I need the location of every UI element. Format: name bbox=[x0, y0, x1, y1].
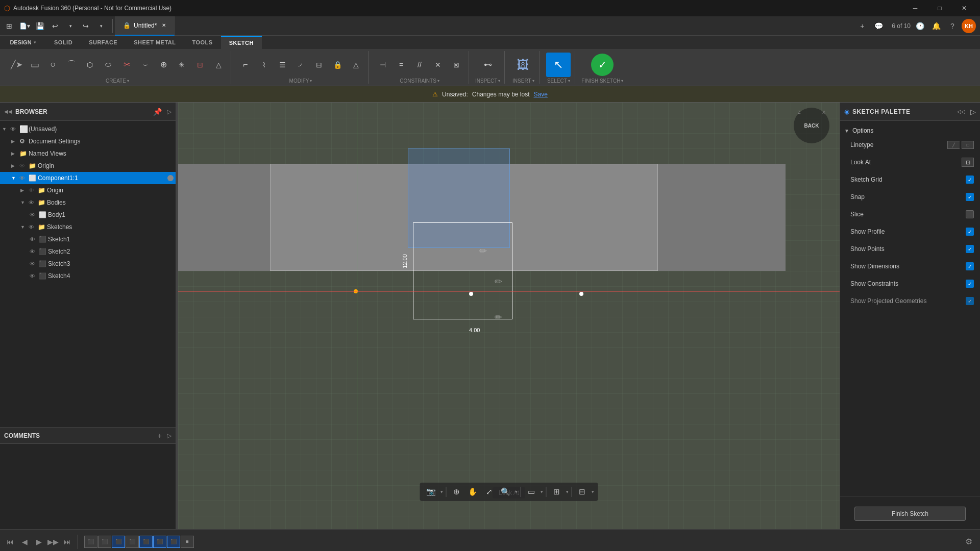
palette-expand-button[interactable]: ▷ bbox=[970, 108, 976, 116]
timeline-start-button[interactable]: ⏮ bbox=[4, 536, 16, 548]
show-projected-checkbox[interactable]: ✓ bbox=[966, 297, 974, 305]
line-tool-button[interactable]: ╱➤ bbox=[8, 57, 24, 73]
tab-solid[interactable]: SOLID bbox=[46, 36, 81, 49]
circle-tool-button[interactable]: ○ bbox=[45, 57, 61, 73]
tab-surface[interactable]: SURFACE bbox=[81, 36, 126, 49]
arc-tool-button[interactable]: ⌒ bbox=[63, 57, 80, 73]
linetype-btn-1[interactable]: ╱ bbox=[947, 141, 960, 149]
browser-expand-button[interactable]: ▷ bbox=[167, 108, 172, 115]
timeline-item-6[interactable]: ⬛ bbox=[153, 536, 166, 548]
timeline-settings-button[interactable]: ⚙ bbox=[962, 535, 976, 549]
collinear-button[interactable]: = bbox=[393, 57, 409, 73]
timeline-item-3[interactable]: ⬛ bbox=[112, 536, 125, 548]
fillet-tool-button[interactable]: ⌐ bbox=[237, 57, 254, 73]
timeline-item-2[interactable]: ⬛ bbox=[98, 536, 111, 548]
conic-tool-button[interactable]: ⌣ bbox=[137, 57, 153, 73]
rectangle-tool-button[interactable]: ▭ bbox=[27, 57, 43, 73]
trim-tool-button[interactable]: ⌇ bbox=[256, 57, 272, 73]
comments-add-button[interactable]: + bbox=[158, 432, 162, 440]
camera-dropdown[interactable]: ▾ bbox=[440, 489, 443, 494]
timeline-item-1[interactable]: ⬛ bbox=[84, 536, 97, 548]
tab-sketch[interactable]: SKETCH bbox=[221, 36, 262, 49]
view-dropdown[interactable]: ▾ bbox=[592, 489, 594, 494]
project-tool-button[interactable]: 🔒 bbox=[329, 57, 346, 73]
pan-button[interactable]: ✋ bbox=[466, 485, 480, 499]
browser-collapse-button[interactable]: ◀◀ bbox=[4, 109, 12, 114]
tree-item-sketch3[interactable]: 👁 ⬛ Sketch3 bbox=[0, 258, 176, 270]
tree-item-sketch1[interactable]: 👁 ⬛ Sketch1 bbox=[0, 233, 176, 245]
text-tool-button[interactable]: ✳ bbox=[174, 57, 190, 73]
polygon-tool-button[interactable]: ⬡ bbox=[82, 57, 98, 73]
tree-item-sketches[interactable]: ▼ 👁 📁 Sketches bbox=[0, 221, 176, 233]
display-mode-button[interactable]: ▭ bbox=[524, 485, 538, 499]
tree-item-body1[interactable]: 👁 ⬜ Body1 bbox=[0, 209, 176, 221]
timeline-play-button[interactable]: ▶ bbox=[33, 536, 45, 548]
finish-sketch-palette-button[interactable]: Finish Sketch bbox=[854, 507, 966, 521]
redo-dropdown-button[interactable]: ▾ bbox=[94, 19, 108, 33]
dimension-tool-button[interactable]: ⊡ bbox=[192, 57, 208, 73]
inspect-label[interactable]: INSPECT ▾ bbox=[475, 78, 500, 84]
select-button[interactable]: ↖ bbox=[546, 53, 571, 77]
tree-eye-sketch1[interactable]: 👁 bbox=[30, 236, 38, 242]
tree-eye-sketches[interactable]: 👁 bbox=[29, 224, 37, 230]
ellipse-tool-button[interactable]: ⬭ bbox=[100, 57, 116, 73]
zoom-dropdown[interactable]: ▾ bbox=[515, 489, 518, 494]
modify-label[interactable]: MODIFY ▾ bbox=[289, 78, 312, 84]
view-cube[interactable]: BACK X Z bbox=[794, 108, 829, 143]
notification-button[interactable]: 🔔 bbox=[929, 19, 943, 33]
parallel-button[interactable]: // bbox=[411, 57, 428, 73]
break-tool-button[interactable]: ⟋ bbox=[292, 57, 309, 73]
display-dropdown[interactable]: ▾ bbox=[541, 489, 543, 494]
tree-item-origin-comp[interactable]: ▶ 👁 📁 Origin bbox=[0, 184, 176, 196]
finish-sketch-label[interactable]: FINISH SKETCH ▾ bbox=[581, 78, 623, 84]
grid-button[interactable]: ⊞ bbox=[550, 485, 564, 499]
timeline-item-7[interactable]: ⬛ bbox=[167, 536, 180, 548]
camera-button[interactable]: 📷 bbox=[424, 485, 438, 499]
help-button[interactable]: ? bbox=[945, 19, 960, 33]
maximize-button[interactable]: □ bbox=[928, 0, 951, 16]
zoom-fit-button[interactable]: ⤢ bbox=[482, 485, 497, 499]
save-button[interactable]: 💾 bbox=[33, 19, 47, 33]
timeline-prev-button[interactable]: ◀ bbox=[18, 536, 31, 548]
palette-section-options[interactable]: ▼ Options bbox=[840, 125, 980, 136]
redo-button[interactable]: ↪ bbox=[79, 19, 93, 33]
tree-item-named-views[interactable]: ▶ 📁 Named Views bbox=[0, 147, 176, 160]
minimize-button[interactable]: ─ bbox=[903, 0, 927, 16]
finish-sketch-button[interactable]: ✓ bbox=[591, 54, 614, 76]
tree-item-sketch2[interactable]: 👁 ⬛ Sketch2 bbox=[0, 245, 176, 258]
tree-item-sketch4[interactable]: 👁 ⬛ Sketch4 bbox=[0, 270, 176, 282]
tree-eye-origin-top[interactable]: 👁 bbox=[19, 163, 28, 169]
sketch-grid-checkbox[interactable]: ✓ bbox=[966, 176, 974, 184]
pattern-tool-button[interactable]: △ bbox=[348, 57, 364, 73]
constraints-label[interactable]: CONSTRAINTS ▾ bbox=[400, 78, 439, 84]
file-menu-button[interactable]: 📄▾ bbox=[17, 19, 32, 33]
zoom-button[interactable]: 🔍 bbox=[499, 485, 513, 499]
coincident-button[interactable]: ⊣ bbox=[375, 57, 391, 73]
user-avatar[interactable]: KH bbox=[962, 19, 976, 33]
tab-close-icon[interactable]: ✕ bbox=[162, 22, 166, 28]
design-menu[interactable]: DESIGN ▾ bbox=[0, 36, 46, 49]
browser-pin-button[interactable]: 📌 bbox=[153, 108, 162, 116]
extend-tool-button[interactable]: ☰ bbox=[274, 57, 290, 73]
timeline-next-button[interactable]: ▶▶ bbox=[47, 536, 59, 548]
tab-tools[interactable]: TOOLS bbox=[184, 36, 220, 49]
show-constraints-checkbox[interactable]: ✓ bbox=[966, 280, 974, 288]
slice-checkbox[interactable] bbox=[966, 210, 974, 218]
insert-image-button[interactable]: 🖼 bbox=[511, 53, 535, 77]
canvas-area[interactable]: 12.00 4.00 ✏ ✏ ✏ Look At BACK X Z 📷 bbox=[178, 103, 840, 529]
create-label[interactable]: CREATE ▾ bbox=[106, 78, 129, 84]
save-link[interactable]: Save bbox=[534, 91, 548, 98]
measure-button[interactable]: ⊷ bbox=[480, 57, 496, 73]
comments-expand-button[interactable]: ▷ bbox=[167, 432, 172, 439]
grid-dropdown[interactable]: ▾ bbox=[566, 489, 569, 494]
tree-eye-component1[interactable]: 👁 bbox=[19, 175, 28, 181]
point-tool-button[interactable]: ⊕ bbox=[155, 57, 172, 73]
timeline-item-8[interactable]: ≡ bbox=[181, 536, 194, 548]
view-mode-button[interactable]: ⊟ bbox=[575, 485, 590, 499]
close-button[interactable]: ✕ bbox=[952, 0, 976, 16]
spline-tool-button[interactable]: ✂ bbox=[118, 57, 135, 73]
linetype-btn-2[interactable]: □ bbox=[962, 141, 974, 149]
timeline-item-4[interactable]: ⬛ bbox=[126, 536, 139, 548]
tree-eye-body1[interactable]: 👁 bbox=[30, 212, 38, 218]
show-profile-checkbox[interactable]: ✓ bbox=[966, 228, 974, 236]
